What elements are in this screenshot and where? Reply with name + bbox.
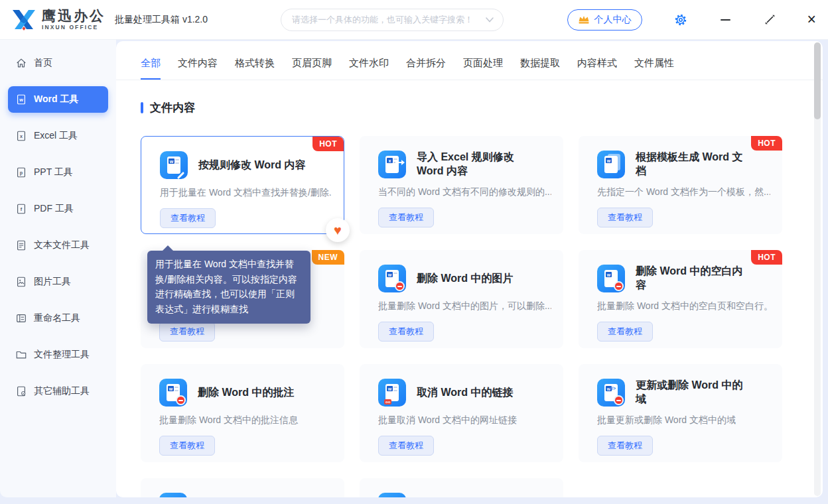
card-description: 当不同的 Word 文档有不同的修改规则的...	[378, 186, 551, 198]
word-file-icon: w	[15, 94, 27, 105]
sidebar-item-label: 文件整理工具	[34, 349, 90, 361]
tab-content-style[interactable]: 内容样式	[577, 57, 617, 80]
tooltip: 用于批量在 Word 文档中查找并替换/删除相关内容。可以按指定内容进行精确查找…	[147, 251, 310, 324]
close-button[interactable]: ×	[807, 12, 816, 27]
sidebar-item-label: Word 工具	[34, 94, 78, 105]
maximize-restore-button[interactable]	[764, 14, 776, 25]
hot-badge: HOT	[751, 250, 782, 265]
card-title: 删除 Word 中的空白内容	[636, 265, 749, 292]
card-title: 删除 Word 中的批注	[198, 386, 294, 400]
tab-merge-split[interactable]: 合并拆分	[406, 57, 446, 80]
main-content-panel: 全部 文件内容 格式转换 页眉页脚 文件水印 合并拆分 页面处理 数据提取 内容…	[116, 41, 823, 497]
new-badge: NEW	[312, 250, 345, 265]
tab-all[interactable]: 全部	[141, 57, 161, 80]
sidebar-item-file-organize-tools[interactable]: 文件整理工具	[8, 342, 108, 368]
tool-card-unlink-word[interactable]: w oo 取消 Word 中的链接 批量取消 Word 文档中的网址链接 查看教…	[360, 364, 563, 462]
view-tutorial-button[interactable]: 查看教程	[378, 208, 434, 227]
logo-name: 鹰迅办公	[42, 9, 105, 23]
tab-watermark[interactable]: 文件水印	[349, 57, 389, 80]
ppt-file-icon: p	[15, 166, 27, 178]
tool-card-update-delete-word-fields[interactable]: w</> 更新或删除 Word 中的域 批量更新或删除 Word 文档中的域 查…	[579, 364, 782, 462]
tool-card-delete-word-comments[interactable]: w 删除 Word 中的批注 批量删除 Word 文档中的批注信息 查看教程	[141, 364, 344, 462]
word-delete-image-icon: w	[378, 265, 406, 292]
folder-icon	[15, 349, 27, 361]
sidebar-item-home[interactable]: 首页	[8, 50, 108, 76]
section-accent-bar	[141, 102, 143, 113]
sidebar-item-word-tools[interactable]: w Word 工具	[8, 86, 108, 113]
delete-minus-icon	[614, 395, 624, 405]
card-description: 批量删除 Word 文档中的图片，可以删除...	[378, 300, 551, 312]
settings-button[interactable]	[674, 13, 687, 27]
heart-icon: ♥	[334, 223, 342, 237]
excel-file-icon: x	[15, 130, 27, 142]
tool-card-delete-word-images[interactable]: w 删除 Word 中的图片 批量删除 Word 文档中的图片，可以删除... …	[360, 250, 563, 348]
tab-format-convert[interactable]: 格式转换	[235, 57, 275, 80]
sidebar-item-excel-tools[interactable]: x Excel 工具	[8, 123, 108, 149]
close-icon: ×	[807, 12, 816, 27]
view-tutorial-button[interactable]: 查看教程	[160, 208, 216, 228]
sidebar-item-ppt-tools[interactable]: p PPT 工具	[8, 159, 108, 186]
card-title: 取消 Word 中的链接	[417, 386, 513, 400]
tab-page-process[interactable]: 页面处理	[463, 57, 503, 80]
resize-diagonal-icon	[764, 14, 776, 25]
svg-text:w: w	[19, 97, 23, 103]
tool-card-modify-word-by-rule[interactable]: HOT w 按规则修改 Word 内容 用于批量在 Word 文档中查找并替换/…	[141, 136, 344, 234]
sidebar-item-pdf-tools[interactable]: f PDF 工具	[8, 196, 108, 222]
svg-text:f: f	[21, 206, 23, 212]
view-tutorial-button[interactable]: 查看教程	[597, 436, 653, 456]
view-tutorial-button[interactable]: 查看教程	[597, 208, 653, 227]
view-tutorial-button[interactable]: 查看教程	[378, 436, 434, 456]
tabs-divider	[116, 80, 823, 80]
delete-minus-icon	[176, 395, 186, 405]
tool-card-partial[interactable]	[360, 478, 563, 497]
gear-icon	[674, 13, 687, 27]
misc-tools-icon	[15, 385, 27, 397]
category-tabs: 全部 文件内容 格式转换 页眉页脚 文件水印 合并拆分 页面处理 数据提取 内容…	[116, 41, 823, 80]
sidebar-item-other-tools[interactable]: 其它辅助工具	[8, 378, 108, 405]
tool-card-generate-word-from-template[interactable]: HOT w 根据模板生成 Word 文档 先指定一个 Word 文档作为一个模板…	[579, 136, 782, 234]
tool-card-delete-word-blank[interactable]: HOT w 删除 Word 中的空白内容 批量删除 Word 文档中的空白页和空…	[579, 250, 782, 348]
sidebar-item-label: 其它辅助工具	[34, 385, 90, 397]
scrollbar-thumb[interactable]	[814, 42, 821, 119]
user-center-label: 个人中心	[594, 14, 632, 26]
minimize-button[interactable]	[721, 19, 731, 21]
card-description: 批量更新或删除 Word 文档中的域	[597, 414, 770, 426]
sidebar-item-label: 首页	[34, 57, 52, 69]
view-tutorial-button[interactable]: 查看教程	[159, 322, 215, 342]
tool-card-import-excel-rules[interactable]: x 导入 Excel 规则修改 Word 内容 当不同的 Word 文档有不同的…	[360, 136, 563, 234]
tab-file-content[interactable]: 文件内容	[178, 57, 218, 80]
app-title: 批量处理工具箱 v1.2.0	[115, 14, 208, 26]
hot-badge: HOT	[312, 137, 344, 151]
arrow-right-icon	[395, 162, 402, 163]
section-title: 文件内容	[150, 100, 195, 115]
sidebar-item-text-file-tools[interactable]: 文本文件工具	[8, 232, 108, 259]
minimize-icon	[721, 19, 730, 21]
tool-icon	[378, 493, 406, 497]
sidebar-item-label: 图片工具	[34, 276, 71, 288]
sidebar-item-rename-tools[interactable]: 重命名工具	[8, 305, 108, 332]
tab-header-footer[interactable]: 页眉页脚	[292, 57, 332, 80]
sidebar-item-label: Excel 工具	[34, 130, 78, 142]
favorite-heart-button[interactable]: ♥	[326, 218, 350, 242]
view-tutorial-button[interactable]: 查看教程	[597, 322, 653, 342]
sidebar: 首页 w Word 工具 x Excel 工具 p PPT 工具 f PDF 工…	[0, 40, 116, 497]
tab-file-props[interactable]: 文件属性	[634, 57, 674, 80]
card-description: 先指定一个 Word 文档作为一个模板，然...	[597, 186, 770, 198]
user-center-button[interactable]: 个人中心	[567, 9, 642, 31]
svg-text:x: x	[20, 133, 23, 139]
sidebar-item-label: PPT 工具	[34, 166, 73, 178]
tab-data-extract[interactable]: 数据提取	[520, 57, 560, 80]
tooltip-text: 用于批量在 Word 文档中查找并替换/删除相关内容。可以按指定内容进行精确查找…	[155, 259, 297, 314]
logo-subtitle: INXUN OFFICE	[42, 25, 105, 31]
sidebar-item-image-tools[interactable]: 图片工具	[8, 269, 108, 295]
top-bar: 鹰迅办公 INXUN OFFICE 批量处理工具箱 v1.2.0 请选择一个具体…	[0, 0, 828, 40]
tool-card-partial[interactable]	[141, 478, 344, 497]
card-title: 删除 Word 中的图片	[417, 272, 513, 286]
function-search-select[interactable]: 请选择一个具体的功能，也可输入关键字搜索！	[281, 9, 504, 31]
view-tutorial-button[interactable]: 查看教程	[159, 436, 215, 456]
view-tutorial-button[interactable]: 查看教程	[378, 322, 434, 342]
card-description: 批量取消 Word 文档中的网址链接	[378, 414, 551, 426]
sidebar-item-label: PDF 工具	[34, 203, 74, 215]
text-file-icon	[15, 239, 27, 251]
word-delete-blank-icon: w	[597, 265, 625, 292]
